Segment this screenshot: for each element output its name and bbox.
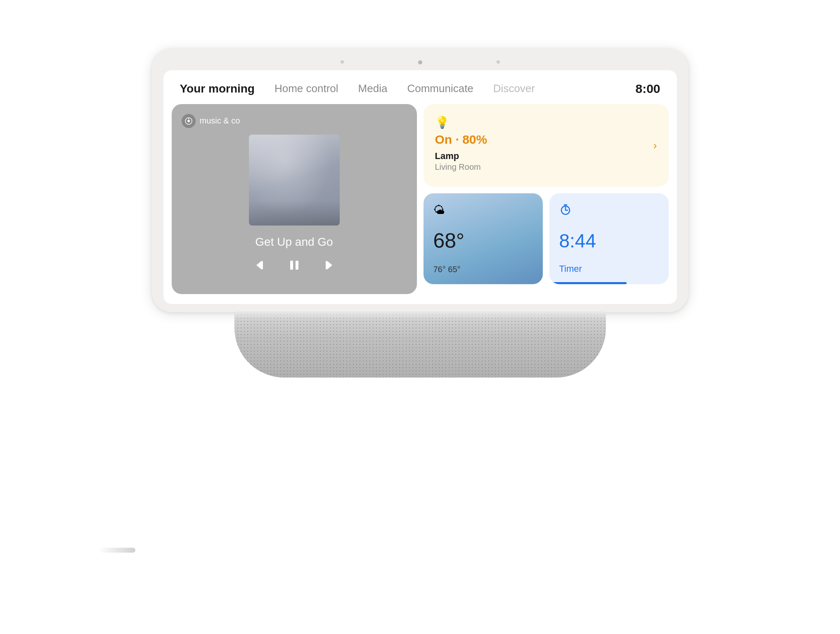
music-card[interactable]: music & co Get Up and Go	[172, 104, 417, 294]
lamp-card[interactable]: 💡 On · 80% Lamp Living Room ›	[424, 104, 669, 187]
next-button[interactable]	[321, 259, 334, 275]
svg-point-1	[187, 120, 190, 122]
timer-label: Timer	[559, 264, 659, 274]
temperature-main: 68°	[433, 229, 533, 253]
song-title: Get Up and Go	[255, 235, 333, 249]
lamp-status: On · 80%	[435, 133, 657, 147]
pause-button[interactable]	[288, 259, 301, 275]
power-cable	[98, 548, 135, 553]
camera-dot-center	[418, 60, 422, 64]
svg-rect-6	[296, 261, 298, 270]
base-highlight	[234, 311, 606, 320]
sun-icon: 🌤	[433, 203, 445, 217]
lamp-chevron-icon[interactable]: ›	[653, 139, 657, 152]
device-wrapper: Your morning Home control Media Communic…	[131, 49, 709, 586]
nav-your-morning[interactable]: Your morning	[180, 82, 255, 95]
playback-controls	[255, 259, 334, 275]
speaker-dots	[234, 311, 606, 378]
lamp-icon: 💡	[435, 116, 657, 129]
weather-icon-row: 🌤	[433, 203, 533, 217]
content-grid: music & co Get Up and Go	[163, 104, 677, 304]
nav-media[interactable]: Media	[358, 82, 388, 95]
camera-dot-left	[341, 60, 344, 64]
timer-time: 8:44	[559, 230, 659, 252]
camera-dot-right	[497, 60, 500, 64]
temperature-range: 76° 65°	[433, 265, 533, 274]
timer-card[interactable]: 8:44 Timer	[549, 193, 669, 284]
music-app-row: music & co	[182, 114, 407, 128]
right-cards: 💡 On · 80% Lamp Living Room › 🌤	[424, 104, 669, 284]
lamp-location: Living Room	[435, 162, 657, 172]
camera-row	[163, 60, 677, 64]
svg-rect-4	[261, 261, 263, 269]
device-body: Your morning Home control Media Communic…	[152, 49, 689, 312]
prev-button[interactable]	[255, 259, 268, 275]
lamp-name: Lamp	[435, 151, 657, 161]
bottom-row: 🌤 68° 76° 65°	[424, 193, 669, 284]
screen: Your morning Home control Media Communic…	[163, 70, 677, 304]
music-app-name: music & co	[200, 116, 240, 126]
svg-marker-3	[256, 261, 261, 269]
nav-communicate[interactable]: Communicate	[407, 82, 473, 95]
nav-discover[interactable]: Discover	[493, 82, 535, 95]
svg-rect-8	[326, 261, 327, 269]
nav-time: 8:00	[635, 82, 660, 96]
weather-card[interactable]: 🌤 68° 76° 65°	[424, 193, 543, 284]
nav-home-control[interactable]: Home control	[274, 82, 338, 95]
svg-marker-7	[327, 261, 332, 269]
timer-icon	[559, 203, 659, 218]
nav-bar: Your morning Home control Media Communic…	[163, 70, 677, 104]
svg-rect-5	[290, 261, 293, 270]
speaker-base	[234, 311, 606, 378]
album-art	[249, 135, 340, 226]
music-app-icon	[182, 114, 196, 128]
timer-progress-bar	[549, 282, 627, 284]
